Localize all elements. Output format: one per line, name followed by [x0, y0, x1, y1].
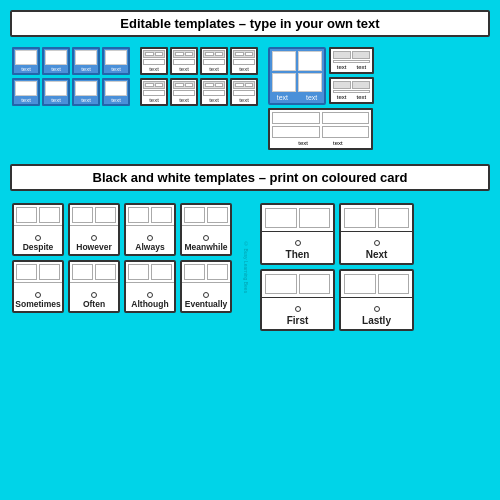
outline-card-bottom	[143, 59, 165, 65]
bw-card-top	[182, 262, 230, 283]
bw-card-top-box	[128, 264, 149, 280]
outline-card-sub	[175, 52, 184, 56]
bw-card-top-box	[128, 207, 149, 223]
bw-wide-top-box	[265, 208, 297, 228]
outline-card-sm: text text	[329, 47, 374, 74]
main-container: Editable templates – type in your own te…	[0, 0, 500, 500]
bw-wide-card-next: Next	[339, 203, 414, 265]
blue-card-inner	[105, 81, 127, 96]
outline-sm-top-2	[333, 81, 370, 89]
blue-card-label: text	[15, 97, 37, 103]
outline-card-top	[173, 50, 195, 58]
bw-card-top-box	[207, 207, 228, 223]
bw-card-word: Although	[131, 299, 168, 309]
header1-text: Editable templates – type in your own te…	[120, 16, 379, 31]
blue-card-label: text	[45, 97, 67, 103]
outline-card-sub	[235, 83, 244, 87]
bw-wide-top	[341, 271, 412, 297]
outline-card-bottom	[143, 90, 165, 96]
big-blue-top-row	[272, 51, 322, 71]
bw-card-main: Despite	[14, 226, 62, 254]
bw-card-word: Often	[83, 299, 105, 309]
bw-word-card-although: Although	[124, 260, 176, 313]
bw-card-top-box	[207, 264, 228, 280]
outline-card: text	[230, 47, 258, 75]
bw-card-top-box	[184, 207, 205, 223]
outline-card-sub	[155, 52, 164, 56]
big-blue-labels: text text	[272, 94, 322, 101]
bw-card-top-box	[72, 264, 93, 280]
bw-card-main: However	[70, 226, 118, 254]
right-card-group: text text text text	[268, 47, 374, 150]
bw-wide-word-first: First	[287, 315, 309, 326]
outline-card-top	[233, 50, 255, 58]
bw-wide-word-next: Next	[366, 249, 388, 260]
grid-cell	[272, 112, 320, 124]
bw-card-circle	[203, 235, 209, 241]
outline-card: text	[170, 47, 198, 75]
bw-card-top-box	[72, 207, 93, 223]
bw-card-top-box	[39, 207, 60, 223]
outline-card-sub	[185, 83, 194, 87]
grid-cell	[322, 112, 370, 124]
grid-cell	[322, 126, 370, 138]
bw-card-main: Always	[126, 226, 174, 254]
big-blue-cell	[272, 51, 296, 71]
outline-row-2: text text text	[140, 78, 258, 106]
outline-card-label: text	[143, 97, 165, 103]
grid-labels: text text	[272, 140, 369, 146]
big-blue-cell	[272, 73, 296, 93]
outline-sm-label-2: text	[337, 94, 347, 100]
bw-card-word: Always	[135, 242, 164, 252]
bw-card-circle	[295, 306, 301, 312]
outline-card-top	[203, 50, 225, 58]
outline-sm-label: text	[357, 64, 367, 70]
bw-word-row-1: Despite However	[12, 203, 232, 256]
outline-card-bottom	[233, 59, 255, 65]
outline-card: text	[140, 47, 168, 75]
bw-wide-row-1: Then Next	[260, 203, 414, 265]
bw-word-row-2: Sometimes Often	[12, 260, 232, 313]
outline-card-sub	[175, 83, 184, 87]
bw-wide-top	[341, 205, 412, 231]
outline-card-bottom	[233, 90, 255, 96]
bw-card-circle	[203, 292, 209, 298]
bw-wide-word-lastly: Lastly	[362, 315, 391, 326]
blue-row-1: text text text text	[12, 47, 130, 75]
outline-card-sub	[205, 83, 214, 87]
outline-card-sub	[145, 83, 154, 87]
outline-card-sub	[235, 52, 244, 56]
bw-wide-top	[262, 271, 333, 297]
blue-card-inner	[75, 50, 97, 65]
bw-card-top-box	[16, 207, 37, 223]
blue-card-group-left: text text text text tex	[12, 47, 130, 106]
editable-templates-area: text text text text tex	[10, 45, 490, 152]
bw-word-card-often: Often	[68, 260, 120, 313]
outline-sm-label: text	[337, 64, 347, 70]
bw-card-main: Sometimes	[14, 283, 62, 311]
outline-card: text	[200, 78, 228, 106]
blue-card: text	[72, 78, 100, 106]
bw-wide-top	[262, 205, 333, 231]
outline-sm-top	[333, 51, 370, 59]
bw-wide-top-box	[299, 274, 331, 294]
outline-card-label: text	[143, 66, 165, 72]
bw-wide-card-then: Then	[260, 203, 335, 265]
blue-card-label: text	[105, 66, 127, 72]
bw-card-word: Sometimes	[15, 299, 60, 309]
bw-card-top-box	[16, 264, 37, 280]
editable-templates-header: Editable templates – type in your own te…	[10, 10, 490, 37]
outline-sm-cell-2	[333, 81, 351, 89]
outline-sm-cell	[352, 51, 370, 59]
bw-card-top	[14, 205, 62, 226]
big-blue-label-text: text	[277, 94, 288, 101]
bw-card-top	[126, 205, 174, 226]
bw-card-top	[126, 262, 174, 283]
outline-card-bottom	[203, 59, 225, 65]
bw-word-card-meanwhile: Meanwhile	[180, 203, 232, 256]
bw-card-word: However	[76, 242, 111, 252]
bw-card-top-box	[95, 207, 116, 223]
outline-card-top	[143, 81, 165, 89]
outline-card-sub	[145, 52, 154, 56]
bw-card-circle	[147, 292, 153, 298]
